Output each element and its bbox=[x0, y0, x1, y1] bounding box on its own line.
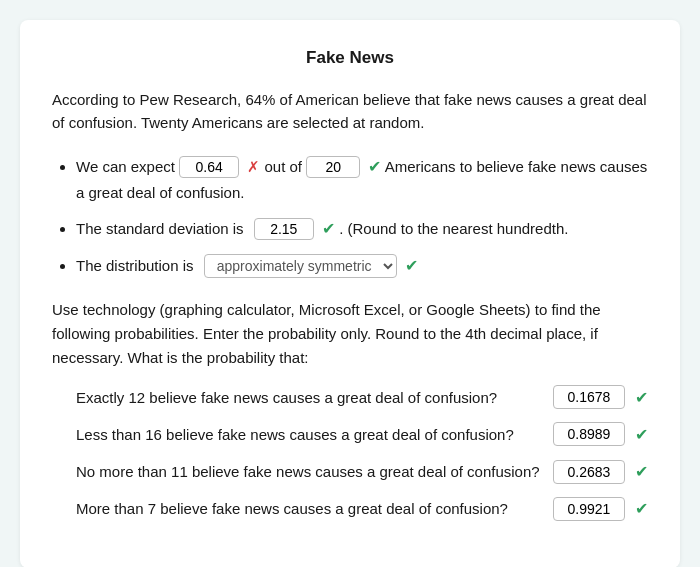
page-title: Fake News bbox=[52, 48, 648, 68]
expected-value-input[interactable] bbox=[179, 156, 239, 178]
question-list: We can expect ✗ out of ✔ Americans to be… bbox=[52, 153, 648, 280]
prob-label-4: More than 7 believe fake news causes a g… bbox=[76, 497, 553, 520]
section2-intro: Use technology (graphing calculator, Mic… bbox=[52, 298, 648, 370]
prob-input-wrap-1: ✔ bbox=[553, 384, 648, 411]
cross-icon: ✗ bbox=[247, 158, 260, 175]
main-card: Fake News According to Pew Research, 64%… bbox=[20, 20, 680, 567]
prob-label-1: Exactly 12 believe fake news causes a gr… bbox=[76, 386, 553, 409]
prob-check-4: ✔ bbox=[635, 495, 648, 522]
prob-input-wrap-3: ✔ bbox=[553, 458, 648, 485]
bullet2-prefix: The standard deviation is bbox=[76, 220, 244, 237]
bullet2-suffix: . (Round to the nearest hundredth. bbox=[339, 220, 568, 237]
prob-input-2[interactable] bbox=[553, 422, 625, 446]
out-of-input[interactable] bbox=[306, 156, 360, 178]
prob-input-wrap-2: ✔ bbox=[553, 421, 648, 448]
prob-item-3: No more than 11 believe fake news causes… bbox=[76, 458, 648, 485]
prob-item-2: Less than 16 believe fake news causes a … bbox=[76, 421, 648, 448]
bullet-1: We can expect ✗ out of ✔ Americans to be… bbox=[76, 153, 648, 206]
prob-label-3: No more than 11 believe fake news causes… bbox=[76, 460, 553, 483]
prob-check-1: ✔ bbox=[635, 384, 648, 411]
prob-label-2: Less than 16 believe fake news causes a … bbox=[76, 423, 553, 446]
bullet3-prefix: The distribution is bbox=[76, 257, 194, 274]
check-icon-3: ✔ bbox=[405, 257, 418, 274]
std-dev-input[interactable] bbox=[254, 218, 314, 240]
distribution-select[interactable]: approximately symmetric skewed left skew… bbox=[204, 254, 397, 278]
prob-input-4[interactable] bbox=[553, 497, 625, 521]
prob-check-3: ✔ bbox=[635, 458, 648, 485]
prob-item-4: More than 7 believe fake news causes a g… bbox=[76, 495, 648, 522]
prob-input-1[interactable] bbox=[553, 385, 625, 409]
prob-input-3[interactable] bbox=[553, 460, 625, 484]
prob-item-1: Exactly 12 believe fake news causes a gr… bbox=[76, 384, 648, 411]
bullet1-middle: out of bbox=[264, 158, 302, 175]
prob-input-wrap-4: ✔ bbox=[553, 495, 648, 522]
prob-list: Exactly 12 believe fake news causes a gr… bbox=[52, 384, 648, 523]
intro-text: According to Pew Research, 64% of Americ… bbox=[52, 88, 648, 135]
bullet-3: The distribution is approximately symmet… bbox=[76, 252, 648, 279]
bullet-2: The standard deviation is ✔ . (Round to … bbox=[76, 215, 648, 242]
bullet1-prefix: We can expect bbox=[76, 158, 175, 175]
check-icon-1: ✔ bbox=[368, 158, 381, 175]
prob-check-2: ✔ bbox=[635, 421, 648, 448]
check-icon-2: ✔ bbox=[322, 220, 335, 237]
